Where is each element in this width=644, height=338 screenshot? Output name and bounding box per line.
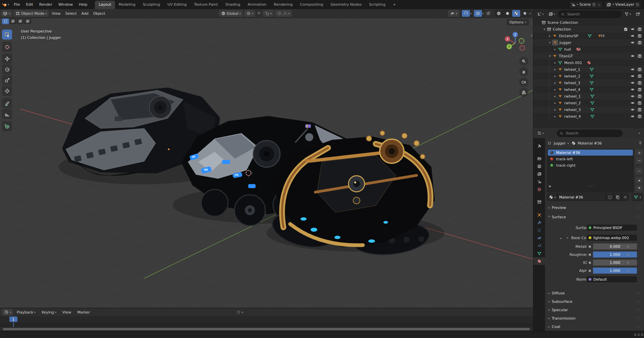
properties-tab-modifiers[interactable] xyxy=(533,219,545,226)
disable-render-icon[interactable] xyxy=(637,40,642,45)
disable-render-icon[interactable] xyxy=(637,114,642,119)
add-slot-button[interactable] xyxy=(635,149,643,157)
fake-user-button[interactable] xyxy=(606,193,614,201)
properties-tab-particles[interactable] xyxy=(533,226,545,234)
visibility-dropdown[interactable]: ▾ xyxy=(448,10,459,17)
pin-icon[interactable] xyxy=(638,141,643,146)
select-mode-extend[interactable] xyxy=(9,18,16,24)
outliner-display-mode-button[interactable]: ▾ xyxy=(535,10,545,18)
chevron-down-icon[interactable]: ▾ xyxy=(529,12,531,15)
mode-dropdown[interactable]: Object Mode▾ xyxy=(13,10,49,17)
animate-decorator[interactable] xyxy=(627,245,629,248)
expand-icon[interactable]: ▸ xyxy=(553,115,557,118)
outliner-row-rwheel_1[interactable]: ▸rwheel_1 xyxy=(533,93,644,100)
browse-material-button[interactable]: ▾ xyxy=(547,193,557,201)
disable-render-icon[interactable] xyxy=(637,27,642,32)
remove-slot-button[interactable] xyxy=(635,157,643,164)
tool-rotate[interactable] xyxy=(2,64,12,74)
viewport-scene[interactable] xyxy=(0,18,533,308)
disable-render-icon[interactable] xyxy=(637,101,642,105)
slot-specials-button[interactable] xyxy=(635,167,643,175)
properties-search-input[interactable] xyxy=(565,131,620,136)
socket-icon[interactable] xyxy=(587,260,593,266)
tool-scale[interactable] xyxy=(2,75,12,85)
menu-edit[interactable]: Edit xyxy=(23,0,36,9)
panel-specular[interactable]: ▸Specular:::: xyxy=(546,306,643,314)
expand-icon[interactable]: ▸ xyxy=(553,101,557,105)
move-slot-up-button[interactable] xyxy=(635,176,643,184)
link-material-dropdown[interactable]: ▾ xyxy=(632,193,643,201)
expand-icon[interactable]: ▸ xyxy=(553,74,557,78)
properties-tab-scene[interactable] xyxy=(533,178,545,185)
expand-icon[interactable]: ▸ xyxy=(560,237,561,240)
hide-eye-icon[interactable] xyxy=(630,107,635,112)
outliner-row-collection[interactable]: ▾Collection xyxy=(533,26,644,33)
outliner-row-titangt[interactable]: ▾TitanGT xyxy=(533,53,644,59)
outliner-row-lwheel_2[interactable]: ▸lwheel_2 xyxy=(533,73,644,79)
properties-tab-object-data[interactable] xyxy=(533,249,545,257)
disable-render-icon[interactable] xyxy=(637,87,642,92)
copy-material-button[interactable] xyxy=(614,193,622,201)
workspace-tab-geometry-nodes[interactable]: Geometry Nodes xyxy=(327,1,365,9)
expand-icon[interactable]: ▸ xyxy=(547,34,552,38)
new-collection-button[interactable] xyxy=(634,10,642,18)
view-layer-selector[interactable]: ▾ ViewLayer xyxy=(605,1,641,8)
viewport-3d[interactable]: ▾ Object Mode▾ ViewSelectAddObject Globa… xyxy=(0,9,533,308)
outliner-row-rwheel_4[interactable]: ▸rwheel_4 xyxy=(533,113,644,120)
unlink-material-button[interactable] xyxy=(622,193,629,201)
base-color-field[interactable]: lightmap.webp.002 xyxy=(587,235,637,241)
tool-select-box[interactable] xyxy=(2,30,12,40)
add-workspace-button[interactable]: + xyxy=(389,1,399,9)
hide-eye-icon[interactable] xyxy=(630,67,635,72)
workspace-tab-scripting[interactable]: Scripting xyxy=(365,1,389,9)
outliner-row-lwheel_4[interactable]: ▸lwheel_4 xyxy=(533,86,644,93)
expand-icon[interactable]: ▸ xyxy=(553,88,557,91)
workspace-tab-uv-editing[interactable]: UV Editing xyxy=(164,1,190,9)
properties-tab-physics[interactable] xyxy=(533,234,545,242)
hide-eye-icon[interactable] xyxy=(630,40,635,45)
disable-render-icon[interactable] xyxy=(637,80,642,85)
outliner-search-input[interactable] xyxy=(567,12,619,17)
expand-icon[interactable]: ▸ xyxy=(553,48,557,51)
timeline-menu-playback[interactable]: Playback ▾ xyxy=(14,310,39,315)
select-mode-set[interactable] xyxy=(2,18,9,24)
transform-orientation-dropdown[interactable]: Global▾ xyxy=(219,10,243,17)
outliner-row-lwheel_1[interactable]: ▸lwheel_1 xyxy=(533,66,644,73)
tool-annotate[interactable] xyxy=(2,98,12,108)
proportional-editing-dropdown[interactable]: ▾ xyxy=(275,10,292,17)
timeline-menu-view[interactable]: View xyxy=(59,310,74,315)
shading-solid-button[interactable] xyxy=(503,10,512,17)
outliner-row-mesh-001[interactable]: ▸Mesh.001 xyxy=(533,59,644,66)
properties-editor-type-button[interactable]: ▾ xyxy=(535,129,545,137)
properties-tab-view-layer[interactable] xyxy=(533,170,545,178)
properties-tab-world[interactable] xyxy=(533,185,545,193)
timeline-menu-keying[interactable]: Keying ▾ xyxy=(39,310,59,315)
disable-render-icon[interactable] xyxy=(637,107,642,112)
current-frame-badge[interactable]: 1 xyxy=(9,317,17,322)
ior-slider[interactable]: 1.000 xyxy=(587,260,637,266)
breadcrumb-datablock[interactable]: Material #36 xyxy=(578,141,602,146)
hide-eye-icon[interactable] xyxy=(630,54,635,58)
outliner-row-rwheel_2[interactable]: ▸rwheel_2 xyxy=(533,100,644,106)
scene-selector[interactable]: ▾ Scene xyxy=(569,1,603,8)
outliner-search[interactable] xyxy=(558,11,621,18)
panel-subsurface[interactable]: ▸Subsurface:::: xyxy=(546,298,643,305)
unlink-scene-icon[interactable] xyxy=(597,2,601,7)
editor-type-button[interactable]: ▾ xyxy=(1,10,12,17)
workspace-tab-texture-paint[interactable]: Texture Paint xyxy=(191,1,222,9)
breadcrumb-object[interactable]: Jugger xyxy=(554,141,566,146)
shading-wireframe-button[interactable] xyxy=(495,10,503,17)
tool-measure[interactable] xyxy=(2,109,12,119)
hide-eye-icon[interactable] xyxy=(630,114,635,119)
overlays-toggle[interactable] xyxy=(474,10,482,17)
pan-button[interactable] xyxy=(519,67,528,76)
collapse-icon[interactable]: ▾ xyxy=(547,41,552,44)
timeline-track-strip[interactable] xyxy=(0,323,533,327)
material-slot-material--36[interactable]: Material #36 xyxy=(548,150,633,156)
timeline-ruler[interactable] xyxy=(0,316,533,323)
hide-eye-icon[interactable] xyxy=(630,74,635,78)
properties-tab-material[interactable] xyxy=(533,257,545,265)
material-name-field[interactable]: Material #36 xyxy=(557,193,606,201)
metallic-slider[interactable]: 0.000 xyxy=(587,243,637,249)
animate-decorator[interactable] xyxy=(627,262,629,264)
